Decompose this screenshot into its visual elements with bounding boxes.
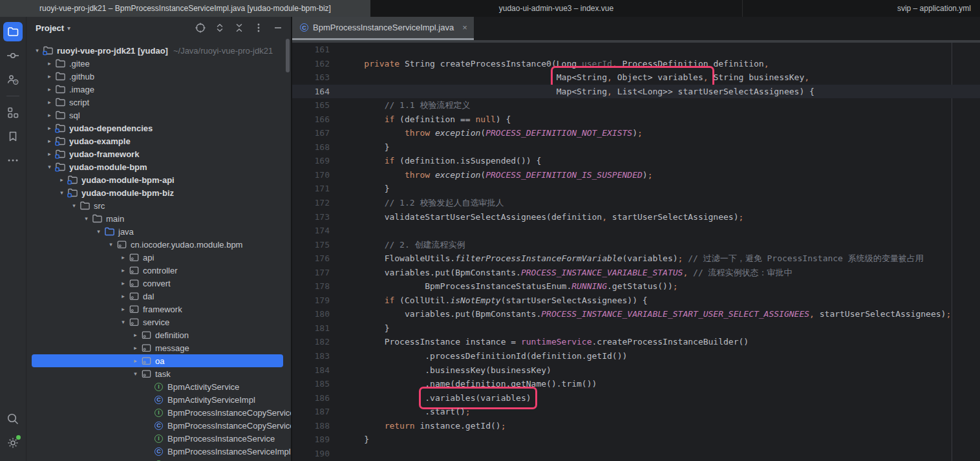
project-panel-title[interactable]: Project	[36, 23, 64, 33]
tree-item-BpmProcessInstanceCopyServiceImpl[interactable]: CBpmProcessInstanceCopyServiceImpl	[27, 419, 291, 432]
line-number[interactable]: 171	[292, 182, 330, 196]
options-icon[interactable]	[252, 21, 265, 34]
titlebar-window-1[interactable]: ruoyi-vue-pro-jdk21 – BpmProcessInstance…	[0, 0, 370, 17]
line-number[interactable]: 162	[292, 57, 330, 71]
tree-item-definition[interactable]: ▸definition	[27, 328, 291, 341]
toolstrip-commit-button[interactable]	[3, 46, 23, 65]
chevron-down-icon[interactable]: ▾	[69, 202, 80, 209]
tree-item-yudao-example[interactable]: ▸yudao-example	[27, 134, 291, 147]
code-line-165[interactable]: 165 // 1.1 校验流程定义	[292, 98, 980, 113]
code-line-169[interactable]: 169 if (definition.isSuspended()) {	[292, 154, 980, 168]
line-number[interactable]: 168	[292, 140, 330, 155]
collapse-all-icon[interactable]	[233, 21, 246, 34]
chevron-right-icon[interactable]: ▸	[44, 138, 55, 144]
code-line-178[interactable]: 178 BpmProcessInstanceStatusEnum.RUNNING…	[292, 279, 980, 294]
toolstrip-pull-requests-button[interactable]: ?	[3, 70, 23, 89]
chevron-down-icon[interactable]: ▾	[32, 47, 43, 54]
chevron-right-icon[interactable]: ▸	[118, 280, 129, 286]
code-line-173[interactable]: 173 validateStartUserSelectAssignees(def…	[292, 210, 980, 224]
chevron-right-icon[interactable]: ▸	[118, 254, 129, 261]
line-number[interactable]: 177	[292, 266, 330, 280]
line-number[interactable]: 183	[292, 349, 330, 363]
code-line-187[interactable]: 187 .start();	[292, 405, 980, 419]
tree-item-partial[interactable]: I	[27, 458, 291, 461]
editor-tab[interactable]: C BpmProcessInstanceServiceImpl.java ×	[292, 17, 474, 40]
code-line-189[interactable]: 189 }	[292, 433, 980, 447]
line-number[interactable]: 182	[292, 335, 330, 349]
tree-item-.image[interactable]: ▸.image	[27, 83, 291, 96]
tree-item-yudao-module-bpm-api[interactable]: ▸yudao-module-bpm-api	[27, 173, 291, 186]
line-number[interactable]: 189	[292, 433, 330, 447]
line-number[interactable]: 185	[292, 377, 330, 391]
line-number[interactable]: 176	[292, 252, 330, 266]
code-line-166[interactable]: 166 if (definition == null) {	[292, 113, 980, 127]
chevron-right-icon[interactable]: ▸	[118, 306, 129, 312]
tree-item-BpmProcessInstanceService[interactable]: IBpmProcessInstanceService	[27, 432, 291, 445]
code-line-177[interactable]: 177 variables.put(BpmConstants.PROCESS_I…	[292, 266, 980, 280]
line-number[interactable]: 179	[292, 294, 330, 308]
toolstrip-settings-button[interactable]	[3, 433, 23, 453]
code-line-190[interactable]: 190	[292, 447, 980, 461]
chevron-down-icon[interactable]: ▾	[44, 164, 55, 170]
code-line-186[interactable]: 186 .variables(variables)	[292, 391, 980, 405]
line-number[interactable]: 190	[292, 447, 330, 461]
tree-item-ruoyi-vue-pro-jdk21 [yudao][interactable]: ▾ruoyi-vue-pro-jdk21 [yudao]~/Java/ruoyi…	[27, 44, 291, 57]
chevron-down-icon[interactable]: ▾	[56, 189, 67, 196]
line-number[interactable]: 174	[292, 224, 330, 238]
code-line-176[interactable]: 176 FlowableUtils.filterProcessInstanceF…	[292, 252, 980, 266]
chevron-right-icon[interactable]: ▸	[44, 99, 55, 105]
line-number[interactable]: 184	[292, 363, 330, 378]
chevron-right-icon[interactable]: ▸	[44, 73, 55, 80]
line-number[interactable]: 167	[292, 126, 330, 140]
titlebar-window-3[interactable]: svip – application.yml	[743, 0, 980, 17]
code-line-167[interactable]: 167 throw exception(PROCESS_DEFINITION_N…	[292, 126, 980, 140]
toolstrip-structure-button[interactable]	[3, 103, 23, 122]
tree-item-yudao-module-bpm-biz[interactable]: ▾yudao-module-bpm-biz	[27, 186, 291, 199]
tree-item-.github[interactable]: ▸.github	[27, 70, 291, 83]
line-number[interactable]: 186	[292, 391, 330, 405]
titlebar-window-2[interactable]: yudao-ui-admin-vue3 – index.vue	[370, 0, 743, 17]
tree-item-main[interactable]: ▾main	[27, 212, 291, 225]
chevron-down-icon[interactable]: ▾	[105, 241, 116, 248]
tree-item-dal[interactable]: ▸dal	[27, 290, 291, 303]
code-line-168[interactable]: 168 }	[292, 140, 980, 155]
code-line-164[interactable]: 164 Map<String, List<Long>> startUserSel…	[292, 85, 980, 99]
line-number[interactable]: 175	[292, 238, 330, 252]
tree-item-script[interactable]: ▸script	[27, 96, 291, 109]
code-line-184[interactable]: 184 .businessKey(businessKey)	[292, 363, 980, 378]
code-line-171[interactable]: 171 }	[292, 182, 980, 196]
code-line-175[interactable]: 175 // 2. 创建流程实例	[292, 238, 980, 252]
line-number[interactable]: 180	[292, 307, 330, 321]
expand-all-icon[interactable]	[213, 21, 226, 34]
chevron-right-icon[interactable]: ▸	[44, 125, 55, 131]
tree-item-task[interactable]: ▾task	[27, 367, 291, 380]
code-line-181[interactable]: 181 }	[292, 321, 980, 336]
tree-item-yudao-framework[interactable]: ▸yudao-framework	[27, 147, 291, 160]
tree-item-controller[interactable]: ▸controller	[27, 264, 291, 277]
tree-item-framework[interactable]: ▸framework	[27, 303, 291, 316]
tree-item-java[interactable]: ▾java	[27, 225, 291, 238]
chevron-right-icon[interactable]: ▸	[44, 112, 55, 118]
tree-item-service[interactable]: ▾service	[27, 316, 291, 328]
chevron-down-icon[interactable]: ▾	[93, 228, 104, 235]
line-number[interactable]: 165	[292, 98, 330, 113]
line-number[interactable]: 170	[292, 168, 330, 182]
line-number[interactable]: 173	[292, 210, 330, 224]
line-number[interactable]: 172	[292, 196, 330, 210]
tree-item-message[interactable]: ▸message	[27, 341, 291, 354]
chevron-right-icon[interactable]: ▸	[56, 177, 67, 183]
tree-item-sql[interactable]: ▸sql	[27, 109, 291, 122]
code-line-182[interactable]: 182 ProcessInstance instance = runtimeSe…	[292, 335, 980, 349]
code-line-183[interactable]: 183 .processDefinitionId(definition.getI…	[292, 349, 980, 363]
locate-icon[interactable]	[194, 21, 207, 34]
tree-scrollbar[interactable]	[286, 39, 290, 72]
chevron-right-icon[interactable]: ▸	[118, 267, 129, 273]
chevron-right-icon[interactable]: ▸	[130, 358, 141, 364]
tree-item-api[interactable]: ▸api	[27, 251, 291, 264]
tree-item-BpmProcessInstanceServiceImpl[interactable]: CBpmProcessInstanceServiceImpl	[27, 445, 291, 458]
tree-item-yudao-module-bpm[interactable]: ▾yudao-module-bpm	[27, 160, 291, 173]
tree-item-src[interactable]: ▾src	[27, 199, 291, 212]
chevron-right-icon[interactable]: ▸	[44, 86, 55, 92]
tree-item-BpmActivityService[interactable]: IBpmActivityService	[27, 380, 291, 393]
tree-item-BpmProcessInstanceCopyService[interactable]: IBpmProcessInstanceCopyService	[27, 406, 291, 419]
